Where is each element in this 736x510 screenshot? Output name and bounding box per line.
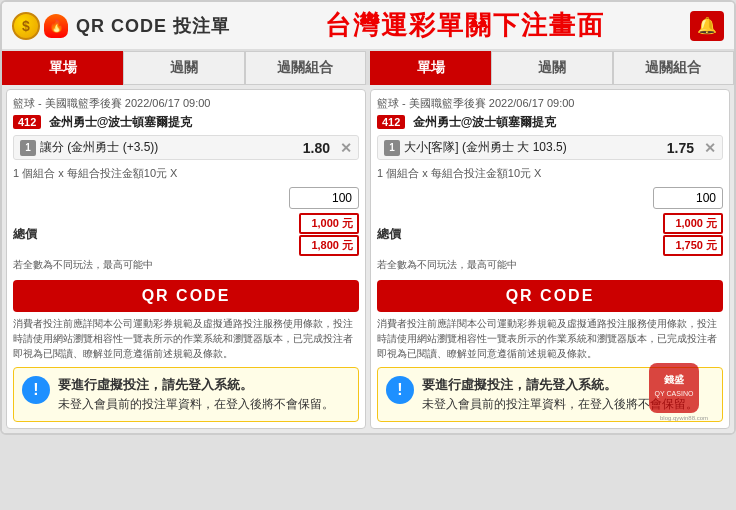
right-price-note: 若全數為不同玩法，最高可能中 bbox=[377, 258, 723, 272]
right-game-name: 金州勇士@波士頓塞爾提克 bbox=[413, 115, 557, 129]
right-amount-input[interactable] bbox=[653, 187, 723, 209]
right-tab-combo[interactable]: 過關組合 bbox=[613, 51, 734, 85]
right-price1: 1,000 元 bbox=[663, 213, 723, 234]
left-total-label: 總價 bbox=[13, 226, 37, 243]
left-login-note: 未登入會員前的投注單資料，在登入後將不會保留。 bbox=[58, 396, 334, 413]
left-badge: 412 bbox=[13, 115, 41, 129]
right-bet-odds: 1.75 bbox=[667, 140, 694, 156]
left-bet-label: 讓分 (金州勇士 (+3.5)) bbox=[40, 139, 299, 156]
right-tabs: 單場 過關 過關組合 bbox=[370, 51, 734, 85]
right-game-title: 412 金州勇士@波士頓塞爾提克 bbox=[377, 114, 723, 131]
left-tab-single[interactable]: 單場 bbox=[2, 51, 123, 85]
page-title: 台灣運彩單關下注畫面 bbox=[240, 8, 690, 43]
left-input-row bbox=[13, 187, 359, 209]
right-login-title: 要進行虛擬投注，請先登入系統。 bbox=[422, 376, 698, 394]
right-warn-icon: ! bbox=[386, 376, 414, 404]
right-game-info: 籃球 - 美國職籃季後賽 2022/06/17 09:00 bbox=[377, 96, 723, 111]
left-game-info: 籃球 - 美國職籃季後賽 2022/06/17 09:00 bbox=[13, 96, 359, 111]
left-game-title: 412 金州勇士@波士頓塞爾提克 bbox=[13, 114, 359, 131]
header: $ 🔥 QR CODE 投注單 台灣運彩單關下注畫面 🔔 bbox=[2, 2, 734, 51]
right-price-row: 總價 1,000 元 1,750 元 bbox=[377, 213, 723, 256]
left-tab-parlay[interactable]: 過關 bbox=[123, 51, 244, 85]
left-bet-num: 1 bbox=[20, 140, 36, 156]
right-total-label: 總價 bbox=[377, 226, 401, 243]
right-bet-label: 大小[客隊] (金州勇士 大 103.5) bbox=[404, 139, 663, 156]
tabs-container: 單場 過關 過關組合 單場 過關 過關組合 bbox=[2, 51, 734, 85]
left-bet-row: 1 讓分 (金州勇士 (+3.5)) 1.80 ✕ bbox=[13, 135, 359, 160]
left-price2: 1,800 元 bbox=[299, 235, 359, 256]
left-bet-odds: 1.80 bbox=[303, 140, 330, 156]
left-login-text: 要進行虛擬投注，請先登入系統。 未登入會員前的投注單資料，在登入後將不會保留。 bbox=[58, 376, 334, 413]
qr-code-label: QR CODE 投注單 bbox=[76, 14, 230, 38]
right-panel: 籃球 - 美國職籃季後賽 2022/06/17 09:00 412 金州勇士@波… bbox=[370, 89, 730, 429]
left-login-title: 要進行虛擬投注，請先登入系統。 bbox=[58, 376, 334, 394]
right-combo-text: 1 個組合 x 每組合投注金額10元 X bbox=[377, 166, 723, 181]
left-panel: 籃球 - 美國職籃季後賽 2022/06/17 09:00 412 金州勇士@波… bbox=[6, 89, 366, 429]
bell-icon: 🔔 bbox=[697, 16, 717, 35]
main-content: 籃球 - 美國職籃季後賽 2022/06/17 09:00 412 金州勇士@波… bbox=[2, 85, 734, 433]
right-login-notice: ! 要進行虛擬投注，請先登入系統。 未登入會員前的投注單資料，在登入後將不會保留… bbox=[377, 367, 723, 422]
fire-icon: 🔥 bbox=[44, 14, 68, 38]
bell-button[interactable]: 🔔 bbox=[690, 11, 724, 41]
left-tabs: 單場 過關 過關組合 bbox=[2, 51, 366, 85]
left-combo-text: 1 個組合 x 每組合投注金額10元 X bbox=[13, 166, 359, 181]
right-bet-num: 1 bbox=[384, 140, 400, 156]
right-input-row bbox=[377, 187, 723, 209]
left-game-name: 金州勇士@波士頓塞爾提克 bbox=[49, 115, 193, 129]
right-login-note: 未登入會員前的投注單資料，在登入後將不會保留。 bbox=[422, 396, 698, 413]
left-login-notice: ! 要進行虛擬投注，請先登入系統。 未登入會員前的投注單資料，在登入後將不會保留… bbox=[13, 367, 359, 422]
right-qr-button[interactable]: QR CODE bbox=[377, 280, 723, 312]
left-warn-icon: ! bbox=[22, 376, 50, 404]
left-bet-close[interactable]: ✕ bbox=[340, 140, 352, 156]
left-amount-input[interactable] bbox=[289, 187, 359, 209]
left-price-values: 1,000 元 1,800 元 bbox=[299, 213, 359, 256]
left-qr-button[interactable]: QR CODE bbox=[13, 280, 359, 312]
right-price-values: 1,000 元 1,750 元 bbox=[663, 213, 723, 256]
right-bet-row: 1 大小[客隊] (金州勇士 大 103.5) 1.75 ✕ bbox=[377, 135, 723, 160]
left-price-row: 總價 1,000 元 1,800 元 bbox=[13, 213, 359, 256]
left-price-note: 若全數為不同玩法，最高可能中 bbox=[13, 258, 359, 272]
right-tab-single[interactable]: 單場 bbox=[370, 51, 491, 85]
left-notice: 消費者投注前應詳閱本公司運動彩券規範及虛擬通路投注服務使用條款，投注時請使用網站… bbox=[13, 316, 359, 361]
app-container: $ 🔥 QR CODE 投注單 台灣運彩單關下注畫面 🔔 單場 過關 過關組合 … bbox=[0, 0, 736, 435]
right-login-text: 要進行虛擬投注，請先登入系統。 未登入會員前的投注單資料，在登入後將不會保留。 bbox=[422, 376, 698, 413]
right-price2: 1,750 元 bbox=[663, 235, 723, 256]
left-tab-combo[interactable]: 過關組合 bbox=[245, 51, 366, 85]
left-price1: 1,000 元 bbox=[299, 213, 359, 234]
right-bet-close[interactable]: ✕ bbox=[704, 140, 716, 156]
right-notice: 消費者投注前應詳閱本公司運動彩券規範及虛擬通路投注服務使用條款，投注時請使用網站… bbox=[377, 316, 723, 361]
coin-icon: $ bbox=[12, 12, 40, 40]
right-badge: 412 bbox=[377, 115, 405, 129]
right-tab-parlay[interactable]: 過關 bbox=[491, 51, 612, 85]
header-icons: $ 🔥 bbox=[12, 12, 68, 40]
